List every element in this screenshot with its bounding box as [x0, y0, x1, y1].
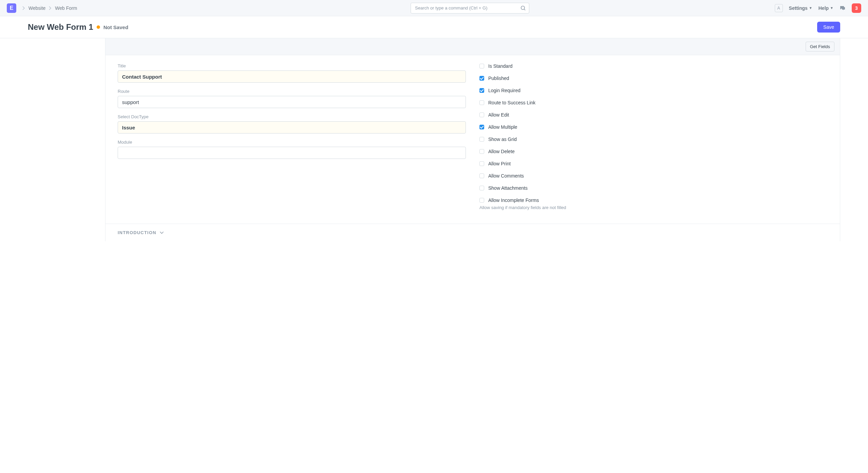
checkbox-login-required[interactable]: Login Required: [479, 88, 828, 93]
search-wrap: [411, 3, 529, 14]
sidebar: [28, 38, 105, 241]
navbar: E Website Web Form A Settings ▼ Help: [0, 0, 868, 16]
section-introduction[interactable]: Introduction: [105, 224, 840, 241]
module-input[interactable]: [118, 147, 466, 159]
help-label: Help: [818, 5, 829, 11]
app-logo[interactable]: E: [7, 3, 16, 13]
form-column-left: Title Route Select DocType Module: [118, 63, 466, 210]
checkbox-icon[interactable]: [479, 64, 484, 68]
section-introduction-label: Introduction: [118, 230, 156, 235]
checkbox-is-standard[interactable]: Is Standard: [479, 63, 828, 69]
field-doctype: Select DocType: [118, 114, 466, 133]
field-route-label: Route: [118, 89, 466, 94]
checkbox-label: Route to Success Link: [488, 100, 535, 105]
checkbox-icon[interactable]: [479, 112, 484, 117]
notification-badge[interactable]: 3: [852, 3, 861, 13]
checkbox-allow-multiple[interactable]: Allow Multiple: [479, 124, 828, 130]
checkbox-icon[interactable]: [479, 76, 484, 81]
get-fields-button[interactable]: Get Fields: [806, 42, 834, 52]
checkbox-allow-comments[interactable]: Allow Comments: [479, 173, 828, 179]
checkbox-icon[interactable]: [479, 198, 484, 203]
checkbox-label: Allow Print: [488, 161, 511, 166]
status-indicator-dot: [97, 25, 100, 29]
field-title: Title: [118, 63, 466, 83]
status-text: Not Saved: [103, 24, 128, 30]
checkbox-label: Show Attachments: [488, 185, 528, 191]
breadcrumb-website[interactable]: Website: [28, 5, 45, 11]
form-toolbar: Get Fields: [105, 38, 840, 55]
checkbox-label: Allow Incomplete Forms: [488, 198, 539, 203]
breadcrumb: Website Web Form: [22, 5, 77, 11]
checkbox-label: Published: [488, 76, 509, 81]
checkbox-icon[interactable]: [479, 186, 484, 190]
chevron-down-icon: [160, 231, 164, 234]
help-menu[interactable]: Help ▼: [818, 5, 833, 11]
checkbox-icon[interactable]: [479, 173, 484, 178]
form-column-right: Is StandardPublishedLogin RequiredRoute …: [479, 63, 828, 210]
doctype-input[interactable]: [118, 121, 466, 133]
checkbox-label: Is Standard: [488, 63, 513, 69]
checkbox-icon[interactable]: [479, 149, 484, 154]
nav-center: [77, 3, 774, 14]
allow-incomplete-help: Allow saving if mandatory fields are not…: [479, 205, 828, 210]
chat-icon[interactable]: [840, 5, 846, 11]
checkbox-route-to-success-link[interactable]: Route to Success Link: [479, 100, 828, 105]
title-input[interactable]: [118, 70, 466, 83]
nav-left: E Website Web Form: [7, 3, 77, 13]
checkbox-icon[interactable]: [479, 137, 484, 142]
page-head: New Web Form 1 Not Saved Save: [0, 16, 868, 38]
search-icon[interactable]: [520, 5, 526, 11]
main: Get Fields Title Route Select DocType Mo…: [105, 38, 840, 241]
chevron-right-icon: [22, 6, 25, 10]
checkbox-show-as-grid[interactable]: Show as Grid: [479, 137, 828, 142]
checkbox-show-attachments[interactable]: Show Attachments: [479, 185, 828, 191]
form-body: Title Route Select DocType Module: [105, 55, 840, 224]
checkbox-icon[interactable]: [479, 161, 484, 166]
checkbox-allow-edit[interactable]: Allow Edit: [479, 112, 828, 118]
checkbox-label: Allow Multiple: [488, 124, 517, 130]
field-title-label: Title: [118, 63, 466, 68]
nav-right: A Settings ▼ Help ▼ 3: [775, 3, 861, 13]
checkbox-icon[interactable]: [479, 88, 484, 93]
avatar[interactable]: A: [775, 4, 783, 12]
checkbox-label: Show as Grid: [488, 137, 517, 142]
breadcrumb-web-form[interactable]: Web Form: [55, 5, 77, 11]
caret-down-icon: ▼: [830, 6, 833, 10]
field-doctype-label: Select DocType: [118, 114, 466, 119]
settings-label: Settings: [789, 5, 808, 11]
page-title: New Web Form 1: [28, 22, 93, 32]
checkbox-published[interactable]: Published: [479, 76, 828, 81]
caret-down-icon: ▼: [809, 6, 812, 10]
chevron-right-icon: [49, 6, 52, 10]
save-button[interactable]: Save: [817, 22, 840, 33]
route-input[interactable]: [118, 96, 466, 108]
settings-menu[interactable]: Settings ▼: [789, 5, 812, 11]
field-module-label: Module: [118, 140, 466, 145]
checkbox-allow-print[interactable]: Allow Print: [479, 161, 828, 166]
field-route: Route: [118, 89, 466, 108]
search-input[interactable]: [411, 3, 529, 14]
checkbox-label: Allow Delete: [488, 149, 515, 154]
checkbox-label: Allow Edit: [488, 112, 509, 118]
checkbox-allow-delete[interactable]: Allow Delete: [479, 149, 828, 154]
field-module: Module: [118, 140, 466, 159]
checkbox-icon[interactable]: [479, 100, 484, 105]
checkbox-icon[interactable]: [479, 125, 484, 129]
checkbox-allow-incomplete-forms[interactable]: Allow Incomplete Forms: [479, 198, 828, 203]
checkbox-label: Allow Comments: [488, 173, 524, 179]
layout: Get Fields Title Route Select DocType Mo…: [0, 38, 868, 241]
checkbox-label: Login Required: [488, 88, 520, 93]
svg-point-0: [521, 6, 525, 9]
title-wrap: New Web Form 1 Not Saved: [28, 22, 128, 32]
